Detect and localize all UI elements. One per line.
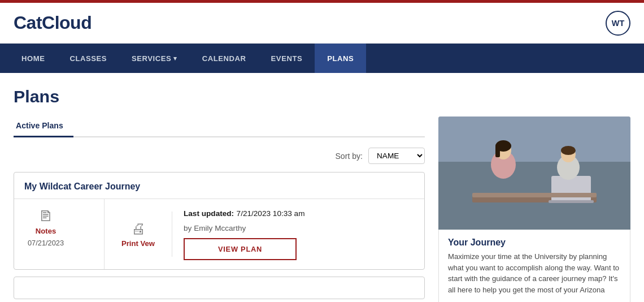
journey-image: [438, 117, 630, 230]
plan-info: Last updated: 7/21/2023 10:33 am by Emil…: [172, 199, 424, 269]
journey-text: Maximize your time at the University by …: [439, 251, 630, 302]
chevron-down-icon: ▾: [173, 55, 177, 62]
avatar[interactable]: WT: [606, 11, 630, 36]
notes-date: 07/21/2023: [28, 239, 64, 247]
main-nav: HOMECLASSESSERVICES ▾CALENDAREVENTSPLANS: [0, 44, 644, 73]
notes-item: 🖹 Notes 07/21/2023: [28, 208, 64, 247]
svg-rect-9: [495, 146, 500, 157]
last-updated-label: Last updated:: [184, 209, 234, 218]
print-link[interactable]: Print Vew: [121, 239, 155, 248]
main-layout: Active Plans Sort by: NAMEDATE My Wildca…: [14, 117, 630, 302]
journey-card: Your Journey Maximize your time at the U…: [438, 230, 630, 302]
page-content: Plans Active Plans Sort by: NAMEDATE My …: [0, 73, 644, 302]
plan-card: My Wildcat Career Journey 🖹 Notes 07/21/…: [14, 172, 425, 270]
plan-card-partial: [14, 277, 425, 299]
plan-actions-right: 🖨 Print Vew Last updated: 7/21/2023 10:3…: [105, 199, 424, 269]
plan-notes-section: 🖹 Notes 07/21/2023: [14, 199, 105, 269]
last-updated-value: 7/21/2023 10:33 am: [237, 209, 305, 218]
notes-link[interactable]: Notes: [36, 227, 56, 235]
plan-card-title: My Wildcat Career Journey: [14, 172, 424, 199]
svg-rect-5: [549, 200, 594, 203]
tab-active-plans[interactable]: Active Plans: [14, 117, 73, 137]
tabs-bar: Active Plans: [14, 117, 425, 137]
sort-label: Sort by:: [335, 152, 363, 161]
nav-item-services[interactable]: SERVICES ▾: [119, 44, 190, 73]
right-panel: Your Journey Maximize your time at the U…: [438, 117, 630, 302]
sort-bar: Sort by: NAMEDATE: [14, 148, 425, 164]
nav-item-classes[interactable]: CLASSES: [57, 44, 119, 73]
page-title: Plans: [14, 87, 630, 106]
plan-card-body: 🖹 Notes 07/21/2023 🖨 Print Vew Last u: [14, 199, 424, 269]
view-plan-button[interactable]: VIEW PLAN: [184, 238, 297, 260]
svg-rect-4: [551, 176, 591, 201]
header: CatCloud WT: [0, 3, 644, 44]
sort-select[interactable]: NAMEDATE: [368, 148, 425, 164]
svg-rect-13: [472, 193, 597, 197]
svg-point-12: [561, 146, 576, 155]
print-icon: 🖨: [131, 221, 146, 237]
notes-icon: 🖹: [38, 208, 53, 225]
logo: CatCloud: [14, 12, 92, 33]
nav-item-plans[interactable]: PLANS: [315, 44, 366, 73]
last-updated-line: Last updated: 7/21/2023 10:33 am: [184, 208, 413, 218]
nav-item-events[interactable]: EVENTS: [259, 44, 315, 73]
nav-item-home[interactable]: HOME: [9, 44, 57, 73]
updated-by: by Emily Mccarthy: [184, 224, 413, 232]
nav-item-calendar[interactable]: CALENDAR: [190, 44, 259, 73]
print-section: 🖨 Print Vew: [105, 212, 172, 257]
left-panel: Active Plans Sort by: NAMEDATE My Wildca…: [14, 117, 425, 299]
journey-title: Your Journey: [439, 230, 630, 251]
